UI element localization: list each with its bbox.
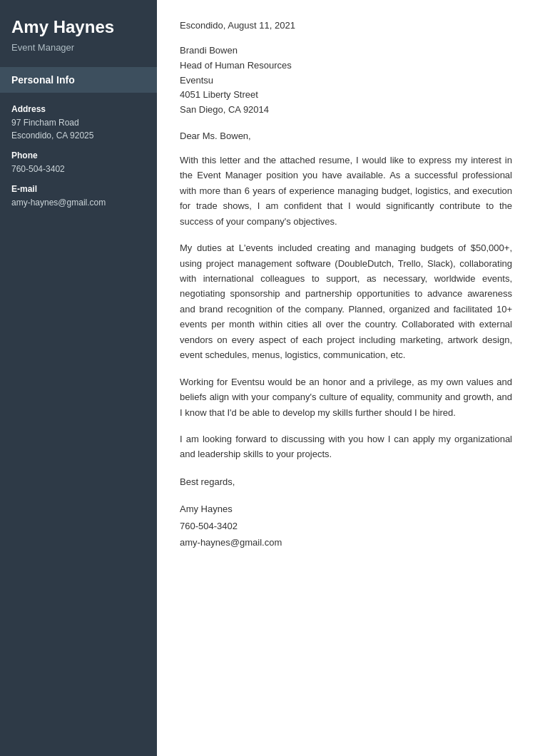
recipient-name: Brandi Bowen [180,44,512,58]
address-line2: Escondido, CA 92025 [11,129,146,142]
paragraph-2: My duties at L'events included creating … [180,240,512,363]
recipient-title: Head of Human Resources [180,58,512,73]
closing-block: Best regards, Amy Haynes 760-504-3402 am… [180,474,512,551]
recipient-address2: San Diego, CA 92014 [180,103,512,118]
address-line1: 97 Fincham Road [11,116,146,129]
recipient-block: Brandi Bowen Head of Human Resources Eve… [180,44,512,118]
applicant-title: Event Manager [11,42,146,53]
email-label: E-mail [11,184,146,194]
paragraph-4: I am looking forward to discussing with … [180,431,512,462]
email-value: amy-haynes@gmail.com [11,196,146,209]
phone-label: Phone [11,150,146,160]
signature-name: Amy Haynes [180,501,512,517]
salutation: Dear Ms. Bowen, [180,131,512,141]
date: Escondido, August 11, 2021 [180,20,512,31]
recipient-address1: 4051 Liberty Street [180,88,512,103]
phone-value: 760-504-3402 [11,163,146,175]
personal-info-heading: Personal Info [0,67,157,93]
recipient-company: Eventsu [180,73,512,88]
main-content: Escondido, August 11, 2021 Brandi Bowen … [157,0,535,756]
sidebar-content: Address 97 Fincham Road Escondido, CA 92… [0,104,157,209]
address-label: Address [11,104,146,114]
paragraph-1: With this letter and the attached resume… [180,153,512,229]
signature-email: amy-haynes@gmail.com [180,534,512,551]
paragraph-3: Working for Eventsu would be an honor an… [180,374,512,420]
applicant-name: Amy Haynes [11,17,146,38]
signature-phone: 760-504-3402 [180,518,512,534]
closing: Best regards, [180,474,512,490]
resume-page: Amy Haynes Event Manager Personal Info A… [0,0,535,756]
letter-body: With this letter and the attached resume… [180,153,512,462]
sidebar: Amy Haynes Event Manager Personal Info A… [0,0,157,756]
sidebar-header: Amy Haynes Event Manager [0,0,157,67]
